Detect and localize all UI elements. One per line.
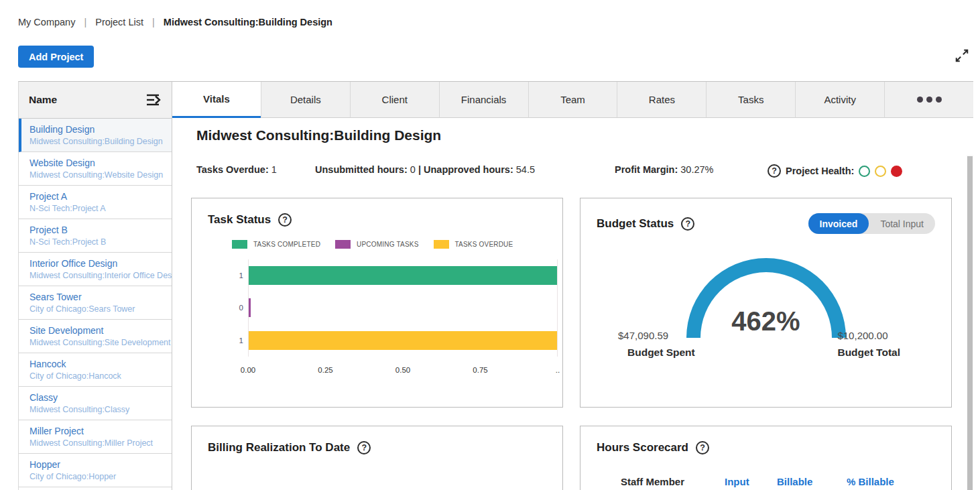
budget-gauge: 462% $47,090.59 Budget Spent $10,200.00 … [597,239,935,390]
unapproved-hours-label: Unapproved hours: [424,164,513,175]
bar-segment [249,298,251,317]
column-billable[interactable]: Billable [777,476,812,487]
unsubmitted-hours-value: 0 [410,164,416,175]
tab-vitals[interactable]: Vitals [172,82,261,118]
expand-fullscreen-icon[interactable] [955,48,969,63]
profit-margin-value: 30.27% [680,164,713,175]
legend-swatch-icon [335,240,351,249]
sidebar-item-website-design[interactable]: Website Design Midwest Consulting:Websit… [19,152,172,186]
profit-margin-stat: Profit Margin: 30.27% [615,164,713,175]
help-icon[interactable]: ? [278,213,292,227]
vitals-stats-row: Tasks Overdue: 1 Unsubmitted hours: 0 | … [172,164,973,179]
legend-label: TASKS COMPLETED [253,241,320,248]
breadcrumb-separator: | [84,17,86,27]
column-staff-member: Staff Member [621,476,684,487]
breadcrumb-my-company[interactable]: My Company [18,17,75,27]
breadcrumb-project-list[interactable]: Project List [95,17,143,27]
project-title: Website Design [29,156,168,170]
tab-details[interactable]: Details [261,82,350,118]
task-status-plot: 101 [248,259,558,357]
x-axis-tick: 0.50 [395,366,410,374]
project-title: Project A [29,190,168,203]
project-title: Site Development [29,324,168,337]
sidebar-item-hancock[interactable]: Hancock City of Chicago:Hancock [19,353,172,387]
x-axis-tick: .. [556,366,560,374]
hours-stat: Unsubmitted hours: 0 | Unapproved hours:… [315,164,535,175]
project-subtitle: Midwest Consulting:Building Design [29,136,168,147]
sidebar-item-building-design[interactable]: Building Design Midwest Consulting:Build… [19,119,172,152]
project-subtitle: City of Chicago:Hancock [29,371,168,382]
unsubmitted-hours-label: Unsubmitted hours: [315,164,408,175]
project-subtitle: City of Chicago:Hopper [29,471,168,483]
x-axis-tick: 0.75 [473,366,487,374]
breadcrumb-separator: | [152,17,155,27]
legend-swatch-icon [434,240,449,249]
y-axis-label: 1 [231,336,243,345]
hours-scorecard-card: Hours Scorecard ? Staff Member Input Bil… [580,426,952,490]
toggle-invoiced[interactable]: Invoiced [808,213,869,234]
sidebar-header: Name [19,82,172,119]
toggle-total-input[interactable]: Total Input [869,213,935,234]
help-icon[interactable]: ? [768,164,781,178]
y-axis-label: 1 [231,271,243,280]
tab-more[interactable] [884,82,973,118]
project-subtitle: Midwest Consulting:Website Design [29,170,168,181]
help-icon[interactable]: ? [681,217,694,231]
project-tabs: Vitals Details Client Financials Team Ra… [172,81,973,118]
sidebar-item-miller-project[interactable]: Miller Project Midwest Consulting:Miller… [19,420,172,454]
health-yellow-icon [875,166,886,177]
tab-tasks[interactable]: Tasks [706,82,795,118]
budget-spent-block: $47,090.59 Budget Spent [618,330,695,359]
tab-rates[interactable]: Rates [617,82,706,118]
column-input[interactable]: Input [725,476,749,487]
bar-row: 0 [249,292,557,324]
breadcrumb-current-project: Midwest Consulting:Building Design [164,17,332,27]
bar-row: 1 [249,324,557,357]
tab-team[interactable]: Team [528,82,617,118]
sidebar-item-site-development[interactable]: Site Development Midwest Consulting:Site… [19,320,172,353]
project-title: Building Design [29,123,168,136]
project-subtitle: Midwest Consulting:Site Development [29,337,168,349]
vitals-content: Midwest Consulting:Building Design Tasks… [172,118,973,490]
tasks-overdue-label: Tasks Overdue: [196,164,269,175]
tab-client[interactable]: Client [350,82,439,118]
project-subtitle: Midwest Consulting:Interior Office Desig… [29,270,168,282]
add-project-button[interactable]: Add Project [18,46,94,68]
legend-item: TASKS COMPLETED [232,240,320,249]
billing-realization-card: Billing Realization To Date ? [191,426,563,490]
hours-table-header: Staff Member Input Billable % Billable [597,476,935,489]
bar-segment [249,331,557,350]
project-title: Hopper [29,458,168,471]
tab-financials[interactable]: Financials [439,82,528,118]
tab-activity[interactable]: Activity [795,82,884,118]
sidebar-item-classy[interactable]: Classy Midwest Consulting:Classy [19,387,172,420]
task-status-legend: TASKS COMPLETEDUPCOMING TASKSTASKS OVERD… [232,240,546,249]
scrollbar-thumb[interactable] [967,156,973,490]
budget-total-block: $10,200.00 Budget Total [837,330,900,359]
column-percent-billable[interactable]: % Billable [847,476,894,487]
unapproved-hours-value: 54.5 [516,164,535,175]
task-status-xaxis: 0.000.250.500.75.. [248,366,558,378]
project-title: Classy [29,391,168,404]
ellipsis-icon [936,97,942,103]
sidebar-item-project-b[interactable]: Project B N-Sci Tech:Project B [19,219,172,253]
legend-swatch-icon [232,240,247,249]
collapse-sidebar-icon[interactable] [145,93,163,107]
sidebar-name-column-header[interactable]: Name [29,94,57,106]
sidebar-item-sears-tower[interactable]: Sears Tower City of Chicago:Sears Tower [19,286,172,320]
sidebar-item-project-a[interactable]: Project A N-Sci Tech:Project A [19,186,172,219]
budget-spent-amount: $47,090.59 [618,330,695,341]
ellipsis-icon [917,97,923,103]
help-icon[interactable]: ? [696,441,709,454]
ellipsis-icon [926,97,932,103]
sidebar-item-interior-office-design[interactable]: Interior Office Design Midwest Consultin… [19,253,172,286]
task-status-card: Task Status ? TASKS COMPLETEDUPCOMING TA… [191,198,563,408]
vertical-scrollbar[interactable] [967,155,973,490]
budget-total-label: Budget Total [837,347,900,359]
project-health-label: Project Health: [786,166,854,176]
help-icon[interactable]: ? [357,441,371,454]
sidebar-item-hopper[interactable]: Hopper City of Chicago:Hopper [19,454,172,487]
profit-margin-label: Profit Margin: [615,164,678,175]
tasks-overdue-value: 1 [271,164,277,175]
gauge-percent-value: 462% [731,306,800,336]
